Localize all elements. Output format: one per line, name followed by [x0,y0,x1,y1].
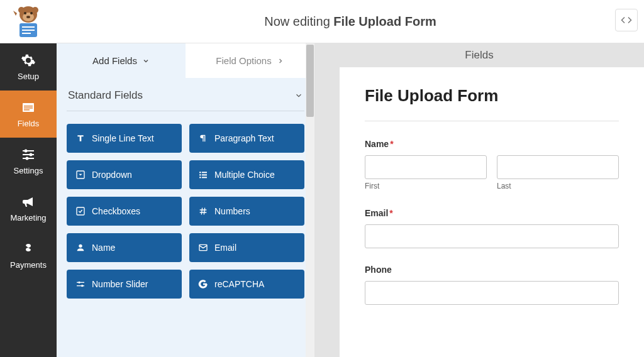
paragraph-icon [198,133,208,143]
embed-button[interactable] [615,9,638,31]
sidebar-item-fields[interactable]: Fields [0,91,57,138]
left-sidebar: Setup Fields Settings Marketing Payments [0,43,57,357]
form-icon [21,100,36,115]
last-sublabel: Last [497,182,619,190]
panel-tabs: Add Fields Field Options [57,43,314,78]
chevron-down-icon [294,91,303,100]
preview-field-email[interactable]: Email* [365,208,619,248]
form-title[interactable]: File Upload Form [365,86,619,106]
sidebar-label: Setup [18,72,39,81]
svg-rect-23 [202,172,207,173]
caret-square-icon [75,170,86,180]
email-input[interactable] [365,224,619,248]
form-preview: File Upload Form Name* First Last [340,67,644,357]
svg-point-5 [30,12,33,14]
tab-add-fields[interactable]: Add Fields [57,43,186,78]
preview-field-name[interactable]: Name* First Last [365,139,619,190]
svg-point-29 [79,244,82,248]
field-recaptcha[interactable]: reCAPTCHA [189,270,304,299]
svg-rect-10 [22,33,31,34]
svg-point-20 [26,157,29,160]
field-number-slider[interactable]: Number Slider [67,270,182,299]
svg-rect-27 [202,177,207,178]
svg-point-16 [25,150,28,153]
svg-rect-8 [22,26,35,28]
sidebar-item-setup[interactable]: Setup [0,43,57,91]
svg-point-6 [26,16,30,18]
first-name-input[interactable] [365,155,487,179]
svg-rect-12 [24,106,33,107]
envelope-icon [198,243,208,253]
fields-panel: Add Fields Field Options Standard Fields… [57,43,314,357]
sidebar-item-settings[interactable]: Settings [0,138,57,185]
sidebar-label: Fields [18,119,40,128]
preview-panel: Fields File Upload Form Name* First [314,43,644,357]
sliders-icon [21,147,36,162]
top-header: Now editing File Upload Form [0,0,644,43]
field-grid: Single Line Text Paragraph Text Dropdown… [67,124,304,299]
text-icon [75,133,86,143]
field-numbers[interactable]: Numbers [189,197,304,226]
sidebar-label: Marketing [10,213,46,222]
form-divider [365,121,619,121]
field-single-line-text[interactable]: Single Line Text [67,124,182,153]
field-dropdown[interactable]: Dropdown [67,160,182,189]
svg-point-1 [18,7,25,13]
sidebar-item-marketing[interactable]: Marketing [0,185,57,232]
group-standard-fields[interactable]: Standard Fields [67,78,304,111]
svg-rect-9 [22,30,35,31]
svg-point-2 [32,7,38,13]
svg-rect-13 [24,107,33,109]
tab-field-options[interactable]: Field Options [186,43,314,78]
svg-rect-26 [199,177,201,178]
chevron-down-icon [142,57,150,65]
field-email[interactable]: Email [189,233,304,262]
svg-point-18 [30,153,33,157]
hashtag-icon [198,206,208,216]
scrollbar-thumb[interactable] [306,45,314,117]
chevron-right-icon [277,57,284,65]
sidebar-label: Payments [10,260,47,270]
user-icon [75,243,86,253]
svg-rect-25 [202,174,207,175]
check-square-icon [75,206,86,216]
svg-point-34 [81,285,83,287]
svg-rect-22 [199,172,201,173]
svg-rect-31 [77,282,84,283]
phone-label: Phone [365,265,619,275]
header-title: Now editing File Upload Form [57,14,644,29]
preview-header: Fields [314,43,644,67]
preview-field-phone[interactable]: Phone [365,265,619,305]
field-name[interactable]: Name [67,233,182,262]
svg-point-4 [24,12,26,14]
sidebar-item-payments[interactable]: Payments [0,232,57,279]
email-label: Email* [365,208,619,218]
first-sublabel: First [365,182,487,190]
phone-input[interactable] [365,281,619,305]
list-icon [198,170,208,180]
name-label: Name* [365,139,619,149]
field-checkboxes[interactable]: Checkboxes [67,197,182,226]
megaphone-icon [21,194,36,209]
svg-rect-14 [24,109,30,111]
svg-rect-28 [77,207,84,215]
svg-rect-24 [199,174,201,175]
gear-icon [21,53,36,68]
scrollbar-track[interactable] [306,43,314,357]
app-logo [0,4,57,38]
google-icon [198,279,208,289]
dollar-icon [21,241,36,256]
field-multiple-choice[interactable]: Multiple Choice [189,160,304,189]
sidebar-label: Settings [14,166,43,175]
svg-point-32 [78,282,80,283]
last-name-input[interactable] [497,155,619,179]
field-paragraph-text[interactable]: Paragraph Text [189,124,304,153]
slider-icon [75,279,86,289]
